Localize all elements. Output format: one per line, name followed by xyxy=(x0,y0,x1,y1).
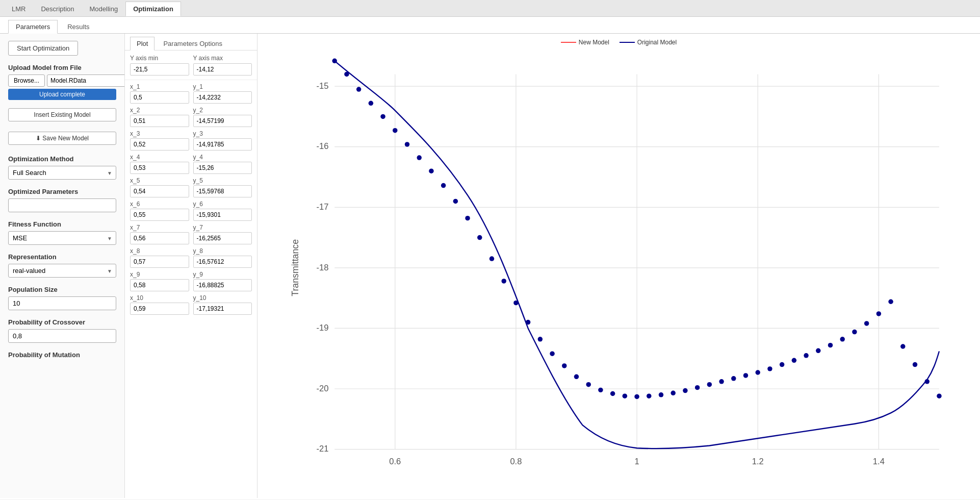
chart-dot xyxy=(501,279,506,283)
browse-button[interactable]: Browse... xyxy=(8,74,45,87)
chart-dot xyxy=(513,301,518,305)
y-input[interactable] xyxy=(193,185,252,197)
mutation-label: Probability of Mutation xyxy=(8,351,116,359)
insert-existing-model-button[interactable]: Insert Existing Model xyxy=(8,108,116,121)
x-input[interactable] xyxy=(130,232,189,244)
y-label: y_8 xyxy=(193,247,252,255)
y-input[interactable] xyxy=(193,209,252,221)
x-input[interactable] xyxy=(130,138,189,151)
chart-dot xyxy=(538,337,543,341)
y-input[interactable] xyxy=(193,91,252,104)
chart-dot xyxy=(598,388,603,392)
tab-results[interactable]: Results xyxy=(60,20,97,33)
y-input[interactable] xyxy=(193,138,252,151)
yaxis-min-label: Y axis min xyxy=(130,55,189,62)
chart-dot xyxy=(429,168,433,173)
chart-dot xyxy=(574,374,579,379)
x-label: x_7 xyxy=(130,224,189,231)
x-col: x_2 xyxy=(130,107,189,127)
file-name-input[interactable] xyxy=(47,74,125,87)
nav-modelling[interactable]: Modelling xyxy=(82,2,125,16)
nav-lmr[interactable]: LMR xyxy=(4,2,33,16)
y-input[interactable] xyxy=(193,115,252,127)
svg-text:-15: -15 xyxy=(316,81,328,91)
x-input[interactable] xyxy=(130,162,189,174)
tab-parameters-options[interactable]: Parameters Options xyxy=(157,37,229,50)
yaxis-min-input[interactable] xyxy=(130,63,189,76)
population-size-section: Population Size xyxy=(8,286,116,310)
x-input[interactable] xyxy=(130,91,189,104)
y-col: y_8 xyxy=(193,247,252,268)
chart-dot xyxy=(623,393,627,398)
data-pair-row: x_5 y_5 xyxy=(130,177,252,197)
upload-status: Upload complete xyxy=(8,89,116,100)
y-label: y_2 xyxy=(193,107,252,114)
x-label: x_8 xyxy=(130,247,189,255)
x-input[interactable] xyxy=(130,185,189,197)
start-optimization-button[interactable]: Start Optimization xyxy=(8,41,78,56)
nav-description[interactable]: Description xyxy=(33,2,82,16)
x-col: x_7 xyxy=(130,224,189,244)
opt-method-label: Optimization Method xyxy=(8,155,116,163)
x-input[interactable] xyxy=(130,256,189,268)
yaxis-max-input[interactable] xyxy=(193,63,252,76)
tab-plot[interactable]: Plot xyxy=(130,37,154,51)
svg-text:-17: -17 xyxy=(316,202,328,212)
y-col: y_9 xyxy=(193,271,252,291)
fitness-select-container: MSE RMSE MAE ▼ xyxy=(8,231,116,245)
chart-dot xyxy=(864,321,869,326)
y-input[interactable] xyxy=(193,279,252,291)
x-label: x_9 xyxy=(130,271,189,278)
chart-dot xyxy=(356,87,361,91)
chart-dot xyxy=(380,114,385,119)
y-input[interactable] xyxy=(193,256,252,268)
svg-text:-16: -16 xyxy=(316,141,328,151)
svg-text:0.6: 0.6 xyxy=(389,457,401,466)
y-input[interactable] xyxy=(193,303,252,315)
yaxis-max-col: Y axis max xyxy=(193,55,252,76)
new-model-line-icon xyxy=(561,42,576,43)
y-col: y_2 xyxy=(193,107,252,127)
representation-label: Representation xyxy=(8,253,116,261)
chart-dot xyxy=(647,393,651,398)
population-size-input[interactable] xyxy=(8,296,116,310)
legend-original-model: Original Model xyxy=(620,39,677,46)
y-label: y_4 xyxy=(193,154,252,161)
chart-dot xyxy=(562,363,566,368)
data-pair-row: x_1 y_1 xyxy=(130,83,252,104)
x-input[interactable] xyxy=(130,279,189,291)
opt-method-select[interactable]: Full Search Genetic Algorithm Simulated … xyxy=(8,166,116,180)
chart-dot xyxy=(453,199,458,204)
x-input[interactable] xyxy=(130,209,189,221)
main-container: Parameters Results Start Optimization Up… xyxy=(0,17,980,499)
upload-section-label: Upload Model from File xyxy=(8,64,116,71)
chart-dot xyxy=(828,343,833,347)
y-label: y_6 xyxy=(193,201,252,208)
nav-optimization[interactable]: Optimization xyxy=(125,2,181,16)
save-new-model-button[interactable]: ⬇ Save New Model xyxy=(8,132,116,145)
representation-select[interactable]: real-valued binary xyxy=(8,264,116,278)
tab-parameters[interactable]: Parameters xyxy=(8,20,58,34)
fitness-select[interactable]: MSE RMSE MAE xyxy=(8,231,116,245)
y-input[interactable] xyxy=(193,232,252,244)
opt-params-input[interactable] xyxy=(8,198,116,212)
x-input[interactable] xyxy=(130,115,189,127)
chart-dot xyxy=(804,353,808,358)
svg-text:1.2: 1.2 xyxy=(752,457,764,466)
opt-params-label: Optimized Parameters xyxy=(8,188,116,195)
svg-text:-21: -21 xyxy=(316,444,328,454)
x-input[interactable] xyxy=(130,303,189,315)
chart-dot xyxy=(550,351,554,356)
crossover-input[interactable] xyxy=(8,329,116,343)
svg-text:-19: -19 xyxy=(316,323,328,333)
chart-dot xyxy=(743,373,748,378)
y-col: y_10 xyxy=(193,294,252,315)
chart-dot xyxy=(670,391,675,395)
x-col: x_5 xyxy=(130,177,189,197)
chart-dot xyxy=(852,330,857,334)
original-model-legend-label: Original Model xyxy=(637,39,677,46)
data-pair-row: x_9 y_9 xyxy=(130,271,252,291)
y-input[interactable] xyxy=(193,162,252,174)
top-nav: LMR Description Modelling Optimization xyxy=(0,0,980,17)
start-section: Start Optimization xyxy=(8,41,116,56)
